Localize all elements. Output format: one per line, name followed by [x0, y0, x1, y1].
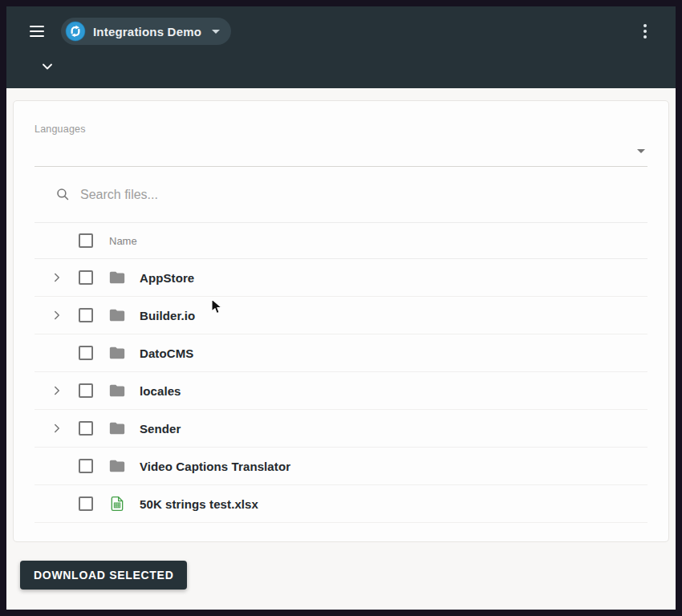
folder-icon: [108, 344, 126, 362]
tree-row[interactable]: 50K strings test.xlsx: [35, 485, 647, 523]
folder-icon: [108, 269, 126, 286]
header-bottom-row: [19, 56, 663, 88]
folder-icon: [108, 419, 126, 437]
main-content: Languages Name: [6, 88, 676, 610]
app-window: Integrations Demo Languages: [6, 6, 676, 610]
project-caret-icon: [212, 30, 220, 34]
row-checkbox[interactable]: [79, 459, 93, 473]
tree-row[interactable]: Builder.io: [35, 297, 647, 334]
tree-row[interactable]: AppStore: [35, 259, 647, 297]
chevron-down-icon: [39, 59, 55, 75]
tree-row[interactable]: Video Captions Translator: [35, 448, 647, 485]
search-input[interactable]: [80, 188, 647, 202]
hamburger-icon: [30, 26, 44, 27]
row-checkbox[interactable]: [79, 308, 93, 322]
row-name: Video Captions Translator: [140, 460, 290, 473]
spreadsheet-file-icon: [109, 496, 125, 512]
file-table-header: Name: [35, 223, 647, 259]
expand-chevron-icon[interactable]: [47, 306, 67, 325]
tree-row[interactable]: DatoCMS: [35, 334, 647, 372]
hamburger-menu-button[interactable]: [27, 22, 47, 41]
row-checkbox[interactable]: [79, 496, 93, 511]
folder-icon: [108, 457, 126, 475]
row-checkbox[interactable]: [79, 383, 93, 398]
folder-icon: [108, 382, 126, 399]
row-name: 50K strings test.xlsx: [140, 497, 258, 511]
row-checkbox[interactable]: [79, 421, 93, 436]
header-top-row: Integrations Demo: [19, 6, 663, 56]
project-name: Integrations Demo: [93, 25, 201, 38]
row-name: locales: [140, 384, 181, 398]
row-name: AppStore: [140, 271, 194, 285]
languages-label: Languages: [35, 124, 647, 135]
tree-row[interactable]: Sender: [35, 410, 647, 448]
name-column-header: Name: [109, 235, 137, 247]
project-selector-button[interactable]: Integrations Demo: [61, 18, 231, 45]
file-table-body: AppStore Builder.io: [14, 259, 668, 523]
search-bar: [35, 167, 647, 223]
expand-chevron-icon[interactable]: [47, 268, 67, 287]
app-header: Integrations Demo: [6, 6, 676, 88]
search-icon: [55, 187, 71, 202]
select-all-checkbox[interactable]: [79, 233, 93, 248]
row-name: Builder.io: [140, 309, 195, 322]
row-checkbox[interactable]: [79, 346, 93, 360]
folder-icon: [108, 306, 126, 324]
expand-chevron-icon[interactable]: [47, 419, 67, 438]
collapse-chevron-button[interactable]: [37, 56, 58, 77]
kebab-icon: [643, 24, 647, 27]
tree-row[interactable]: locales: [35, 372, 647, 410]
download-selected-button[interactable]: DOWNLOAD SELECTED: [20, 561, 187, 590]
row-name: Sender: [140, 422, 181, 436]
file-browser-card: Languages Name: [13, 100, 669, 542]
row-name: DatoCMS: [140, 346, 193, 360]
app-logo-sync-icon: [65, 21, 86, 42]
expand-chevron-icon[interactable]: [47, 381, 67, 400]
row-checkbox[interactable]: [79, 270, 93, 285]
languages-select-field[interactable]: Languages: [35, 101, 647, 167]
overflow-menu-button[interactable]: [635, 19, 655, 43]
languages-caret-icon[interactable]: [637, 149, 645, 153]
